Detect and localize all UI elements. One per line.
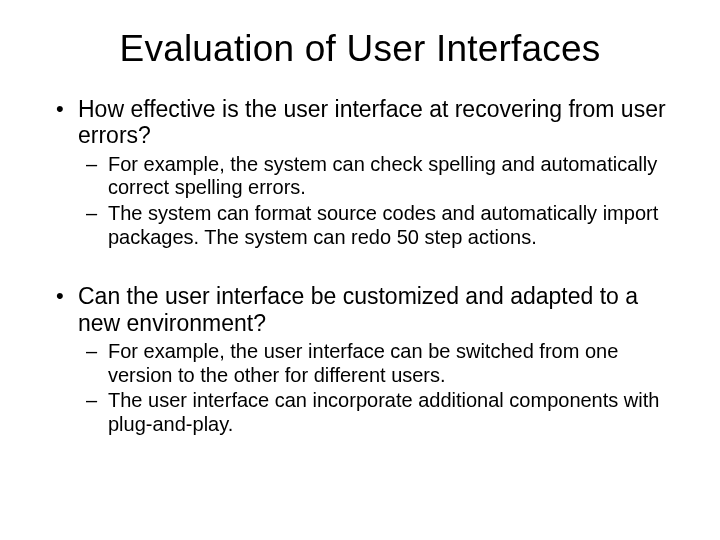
spacer bbox=[48, 255, 672, 283]
bullet-item: Can the user interface be customized and… bbox=[48, 283, 672, 436]
sub-bullet-text: The system can format source codes and a… bbox=[108, 202, 658, 248]
sub-bullet-text: For example, the user interface can be s… bbox=[108, 340, 618, 386]
bullet-list: How effective is the user interface at r… bbox=[48, 96, 672, 249]
sub-bullet-item: For example, the system can check spelli… bbox=[78, 153, 672, 200]
sub-bullet-text: For example, the system can check spelli… bbox=[108, 153, 657, 199]
bullet-list: Can the user interface be customized and… bbox=[48, 283, 672, 436]
bullet-text: Can the user interface be customized and… bbox=[78, 283, 638, 335]
sub-bullet-item: The user interface can incorporate addit… bbox=[78, 389, 672, 436]
sub-bullet-item: For example, the user interface can be s… bbox=[78, 340, 672, 387]
sub-bullet-list: For example, the user interface can be s… bbox=[78, 340, 672, 436]
sub-bullet-text: The user interface can incorporate addit… bbox=[108, 389, 659, 435]
slide: Evaluation of User Interfaces How effect… bbox=[0, 0, 720, 540]
bullet-item: How effective is the user interface at r… bbox=[48, 96, 672, 249]
slide-title: Evaluation of User Interfaces bbox=[48, 28, 672, 70]
sub-bullet-item: The system can format source codes and a… bbox=[78, 202, 672, 249]
sub-bullet-list: For example, the system can check spelli… bbox=[78, 153, 672, 249]
bullet-text: How effective is the user interface at r… bbox=[78, 96, 666, 148]
